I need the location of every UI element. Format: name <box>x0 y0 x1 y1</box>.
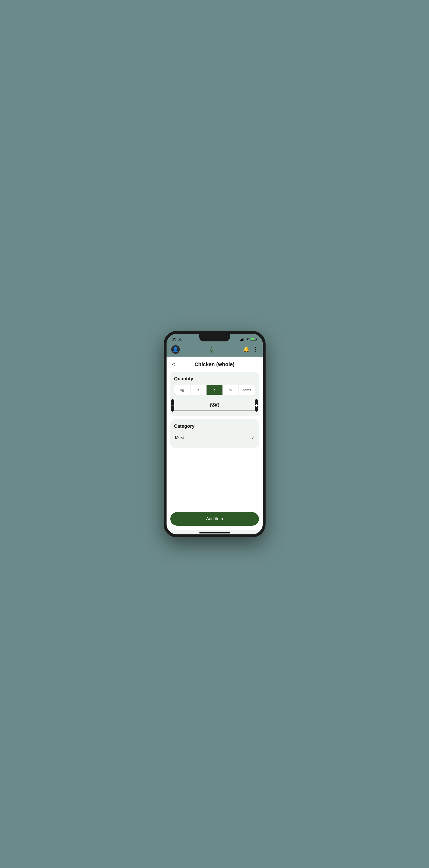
app-logo: يا <box>209 345 213 353</box>
back-button[interactable]: < <box>170 361 177 368</box>
notch <box>199 334 230 341</box>
status-icons: 5G ⚡ <box>240 337 257 341</box>
unit-ml[interactable]: ml <box>223 385 239 395</box>
unit-kg[interactable]: kg <box>174 385 191 395</box>
decrement-button[interactable]: − <box>171 399 174 412</box>
main-content: < Chicken (whole) Quantity kg lt g ml it… <box>167 356 263 530</box>
app-header: 👤 يا 🔔 ⋮ <box>167 343 263 356</box>
header-actions: 🔔 ⋮ <box>243 346 258 352</box>
battery-icon: ⚡ <box>251 338 257 340</box>
phone-frame: 19:51 5G ⚡ <box>164 331 266 537</box>
avatar-icon[interactable]: 👤 <box>171 345 180 354</box>
status-time: 19:51 <box>172 337 182 341</box>
network-label: 5G <box>245 337 250 341</box>
person-icon: 👤 <box>172 346 178 352</box>
increment-button[interactable]: + <box>255 399 258 412</box>
bell-icon[interactable]: 🔔 <box>243 346 250 352</box>
category-selected-value: Meat <box>175 435 184 440</box>
quantity-controls: − + <box>174 399 255 412</box>
category-title: Category <box>174 424 255 429</box>
quantity-card: Quantity kg lt g ml items − + <box>170 372 259 416</box>
quantity-title: Quantity <box>174 376 255 381</box>
page-header: < Chicken (whole) <box>170 361 259 368</box>
unit-lt[interactable]: lt <box>191 385 206 395</box>
unit-selector: kg lt g ml items <box>174 385 255 395</box>
home-indicator <box>199 532 230 533</box>
unit-g[interactable]: g <box>206 385 223 395</box>
unit-items[interactable]: items <box>239 385 255 395</box>
quantity-input[interactable] <box>174 400 255 411</box>
more-options-icon[interactable]: ⋮ <box>253 346 258 352</box>
chevron-down-icon: ∨ <box>251 435 254 440</box>
category-card: Category Meat ∨ <box>170 419 259 447</box>
add-item-button[interactable]: Add item <box>170 512 259 526</box>
phone-screen: 19:51 5G ⚡ <box>167 334 263 534</box>
category-dropdown[interactable]: Meat ∨ <box>174 432 255 443</box>
spacer <box>170 451 259 509</box>
page-title: Chicken (whole) <box>195 361 234 368</box>
signal-bars-icon <box>240 338 244 341</box>
